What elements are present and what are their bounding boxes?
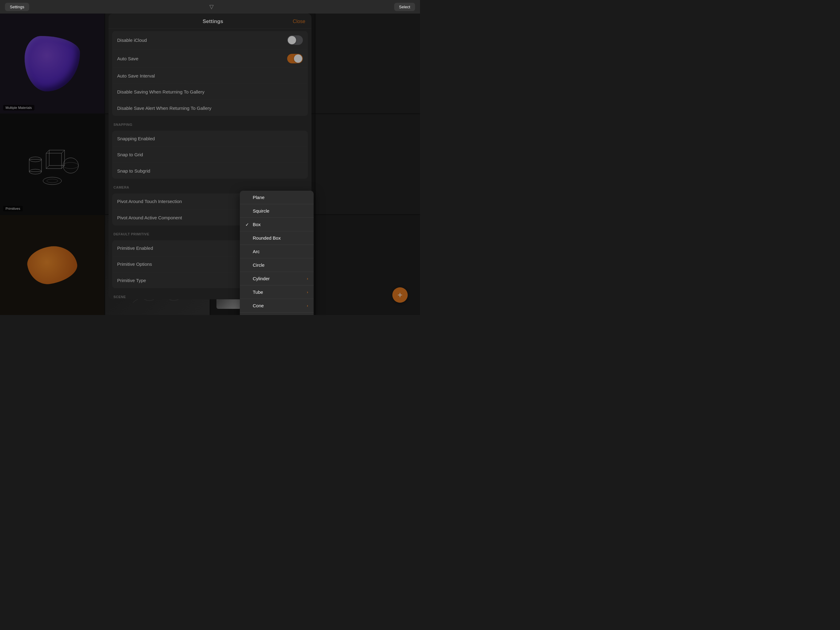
dropdown-label-plane: Plane (253, 195, 264, 200)
dropdown-item-arc[interactable]: Arc (240, 245, 314, 258)
dropdown-label-arc: Arc (253, 249, 260, 254)
primitive-type-dropdown: Plane Squircle ✓ Box Rounded Box Arc Cir… (240, 191, 314, 315)
top-bar: Settings ▽ Select (0, 0, 420, 14)
chevron-right-tube: › (307, 290, 308, 294)
dropdown-label-box: Box (253, 222, 261, 227)
select-button[interactable]: Select (394, 3, 415, 11)
dropdown-label-squircle: Squircle (253, 208, 269, 214)
dropdown-item-circle[interactable]: Circle (240, 258, 314, 272)
dropdown-label-circle: Circle (253, 263, 264, 268)
dropdown-item-squircle[interactable]: Squircle (240, 204, 314, 218)
dropdown-label-rounded-box: Rounded Box (253, 235, 281, 241)
dropdown-item-cylinder[interactable]: Cylinder › (240, 272, 314, 285)
dropdown-label-cylinder: Cylinder (253, 276, 270, 281)
dropdown-item-rounded-box[interactable]: Rounded Box (240, 231, 314, 245)
dropdown-label-cone: Cone (253, 303, 264, 308)
dropdown-label-tube: Tube (253, 290, 263, 295)
dropdown-item-cone[interactable]: Cone › (240, 299, 314, 313)
chevron-right-cone: › (307, 304, 308, 308)
dropdown-item-capsule[interactable]: Capsule (240, 313, 314, 315)
dropdown-item-plane[interactable]: Plane (240, 191, 314, 204)
app-logo: ▽ (209, 3, 214, 10)
settings-button[interactable]: Settings (5, 3, 29, 11)
dropdown-item-tube[interactable]: Tube › (240, 285, 314, 299)
chevron-right-cylinder: › (307, 277, 308, 281)
check-box: ✓ (245, 222, 250, 227)
dropdown-backdrop[interactable] (0, 14, 420, 315)
dropdown-item-box[interactable]: ✓ Box (240, 218, 314, 231)
